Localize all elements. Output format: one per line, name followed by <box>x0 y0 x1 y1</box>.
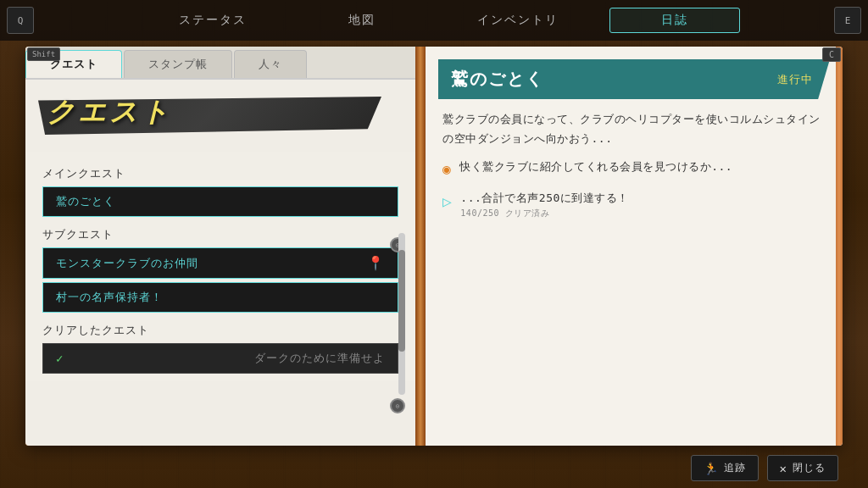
scroll-down-icon[interactable]: ⊙ <box>390 398 405 413</box>
c-badge: C <box>822 47 841 62</box>
objective-text: ...合計で名声250に到達する！ <box>460 191 628 206</box>
track-icon: 🏃 <box>704 462 719 475</box>
left-content: メインクエスト 鷲のごとく サブクエスト モンスタークラブのお仲間 📍 村一の名… <box>25 152 415 381</box>
main-quest-label: メインクエスト <box>42 166 398 181</box>
check-icon: ✓ <box>56 352 64 365</box>
bottom-buttons: 🏃 追跡 ✕ 閉じる <box>691 455 838 481</box>
page-tabs: クエスト スタンプ帳 人々 <box>25 47 415 80</box>
objective-text: 快く鷲クラブに紹介してくれる会員を見つけるか... <box>459 159 732 175</box>
tab-status[interactable]: ステータス <box>128 8 298 33</box>
book-container: クエスト スタンプ帳 人々 クエスト メインクエスト 鷲のごとく サブクエスト … <box>25 47 843 446</box>
objective-content: 快く鷲クラブに紹介してくれる会員を見つけるか... <box>459 159 732 175</box>
scroll-indicator-bottom: ⊙ <box>390 398 405 413</box>
objective-progress: 140/250 クリア済み <box>460 208 628 219</box>
objective-0: ◉ 快く鷲クラブに紹介してくれる会員を見つけるか... <box>442 159 826 177</box>
close-icon: ✕ <box>780 462 787 475</box>
quest-item-sub-0[interactable]: モンスタークラブのお仲間 📍 <box>42 247 398 279</box>
quest-detail-header: 鷲のごとく 進行中 <box>438 59 830 99</box>
objective-1: ▷ ...合計で名声250に到達する！ 140/250 クリア済み <box>442 191 826 219</box>
nav-left-button[interactable]: Q <box>7 7 34 34</box>
right-page: 鷲のごとく 進行中 鷲クラブの会員になって、クラブのヘリコプターを使いコルムシュ… <box>426 47 843 446</box>
objective-arrow-icon: ▷ <box>442 192 452 210</box>
quest-item-main-0[interactable]: 鷲のごとく <box>42 186 398 217</box>
quest-title-area: クエスト <box>42 92 398 143</box>
tab-stamps[interactable]: スタンプ帳 <box>124 50 232 78</box>
close-label: 閉じる <box>793 461 826 475</box>
scrollbar-thumb[interactable] <box>398 250 405 352</box>
nav-tabs: ステータス 地図 インベントリ 日誌 <box>34 8 834 33</box>
book-spine <box>415 47 426 446</box>
left-scrollbar[interactable] <box>398 233 405 395</box>
tab-people[interactable]: 人々 <box>234 50 307 78</box>
shift-badge: Shift <box>27 47 60 61</box>
cleared-quest-label: クリアしたクエスト <box>42 323 398 338</box>
tab-inventory[interactable]: インベントリ <box>426 8 609 33</box>
nav-right-button[interactable]: E <box>834 7 861 34</box>
quest-item-name: 鷲のごとく <box>56 194 115 209</box>
tab-journal[interactable]: 日誌 <box>609 8 740 33</box>
quest-objectives: ◉ 快く鷲クラブに紹介してくれる会員を見つけるか... ▷ ...合計で名声25… <box>426 159 843 219</box>
quest-description: 鷲クラブの会員になって、クラブのヘリコプターを使いコルムシュタインの空中ダンジョ… <box>426 99 843 159</box>
quest-item-name: 村一の名声保持者！ <box>56 290 163 305</box>
quest-title: クエスト <box>47 94 172 131</box>
quest-item-sub-1[interactable]: 村一の名声保持者！ <box>42 282 398 313</box>
quest-detail-status: 進行中 <box>777 72 813 87</box>
quest-detail-title: 鷲のごとく <box>451 68 544 91</box>
top-navigation: Q ステータス 地図 インベントリ 日誌 E <box>0 0 868 41</box>
tab-map[interactable]: 地図 <box>298 8 426 33</box>
objective-content: ...合計で名声250に到達する！ 140/250 クリア済み <box>460 191 628 219</box>
track-button[interactable]: 🏃 追跡 <box>691 455 759 481</box>
objective-completed-icon: ◉ <box>442 161 451 177</box>
quest-item-cleared-0[interactable]: ✓ ダークのために準備せよ <box>42 343 398 374</box>
pin-icon: 📍 <box>367 255 385 271</box>
track-label: 追跡 <box>724 461 746 475</box>
quest-item-name: モンスタークラブのお仲間 <box>56 256 198 271</box>
close-button[interactable]: ✕ 閉じる <box>767 455 838 481</box>
left-page: クエスト スタンプ帳 人々 クエスト メインクエスト 鷲のごとく サブクエスト … <box>25 47 415 446</box>
sub-quest-label: サブクエスト <box>42 227 398 242</box>
right-border <box>836 47 843 446</box>
quest-item-name: ダークのために準備せよ <box>254 351 385 366</box>
